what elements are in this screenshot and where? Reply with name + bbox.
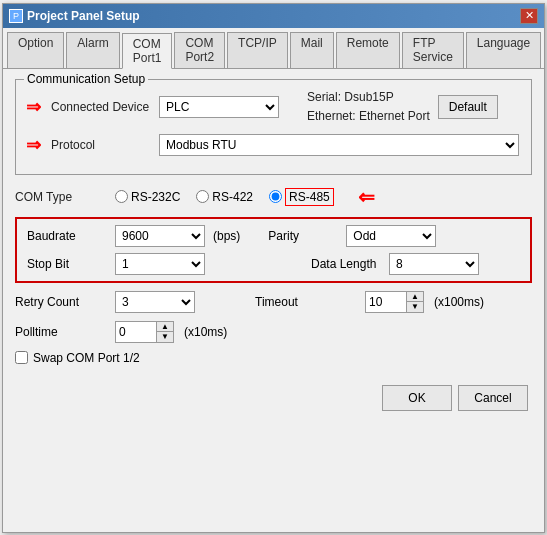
retry-timeout-row: Retry Count 3 1 2 5 Timeout ▲ ▼ (x100ms) — [15, 291, 532, 313]
polltime-unit: (x10ms) — [184, 325, 227, 339]
polltime-decrement[interactable]: ▼ — [157, 332, 173, 342]
tab-ftp-service[interactable]: FTP Service — [402, 32, 464, 68]
serial-label: Serial: Dsub15P — [307, 88, 430, 107]
retry-label: Retry Count — [15, 295, 105, 309]
tab-remote[interactable]: Remote — [336, 32, 400, 68]
swap-com-label: Swap COM Port 1/2 — [33, 351, 140, 365]
connected-device-label: Connected Device — [51, 100, 151, 114]
ethernet-label: Ethernet: Ethernet Port — [307, 107, 430, 126]
radio-rs232c-label: RS-232C — [131, 190, 180, 204]
radio-rs485-label: RS-485 — [285, 188, 334, 206]
window-icon: P — [9, 9, 23, 23]
timeout-label: Timeout — [255, 295, 355, 309]
radio-rs485[interactable]: RS-485 — [269, 188, 334, 206]
radio-rs422[interactable]: RS-422 — [196, 190, 253, 204]
title-bar-left: P Project Panel Setup — [9, 9, 140, 23]
timeout-increment[interactable]: ▲ — [407, 292, 423, 302]
radio-rs422-input[interactable] — [196, 190, 209, 203]
window-title: Project Panel Setup — [27, 9, 140, 23]
radio-rs232c-input[interactable] — [115, 190, 128, 203]
default-button[interactable]: Default — [438, 95, 498, 119]
stopbit-select[interactable]: 1 2 — [115, 253, 205, 275]
swap-com-row: Swap COM Port 1/2 — [15, 351, 532, 365]
datalength-label: Data Length — [311, 257, 381, 271]
polltime-label: Polltime — [15, 325, 105, 339]
com-type-label: COM Type — [15, 190, 115, 204]
timeout-input[interactable] — [366, 292, 406, 312]
content-area: Communication Setup ⇒ Connected Device P… — [3, 69, 544, 421]
group-label: Communication Setup — [24, 72, 148, 86]
params-box: Baudrate 9600 1200 2400 4800 19200 38400… — [15, 217, 532, 283]
arrow-icon-1: ⇒ — [26, 96, 41, 118]
datalength-select[interactable]: 8 7 — [389, 253, 479, 275]
protocol-select[interactable]: Modbus RTU — [159, 134, 519, 156]
polltime-input[interactable] — [116, 322, 156, 342]
ok-button[interactable]: OK — [382, 385, 452, 411]
polltime-spin-buttons[interactable]: ▲ ▼ — [156, 322, 173, 342]
tab-bar: Option Alarm COM Port1 COM Port2 TCP/IP … — [3, 28, 544, 69]
timeout-unit: (x100ms) — [434, 295, 484, 309]
parity-label: Parity — [268, 229, 338, 243]
main-window: P Project Panel Setup ✕ Option Alarm COM… — [2, 3, 545, 533]
protocol-label: Protocol — [51, 138, 151, 152]
close-button[interactable]: ✕ — [520, 8, 538, 24]
baudrate-select[interactable]: 9600 1200 2400 4800 19200 38400 57600 11… — [115, 225, 205, 247]
connected-device-row: ⇒ Connected Device PLC Serial: Dsub15P E… — [26, 88, 521, 126]
baudrate-label: Baudrate — [27, 229, 107, 243]
tab-mail[interactable]: Mail — [290, 32, 334, 68]
radio-rs232c[interactable]: RS-232C — [115, 190, 180, 204]
radio-rs422-label: RS-422 — [212, 190, 253, 204]
serial-info: Serial: Dsub15P Ethernet: Ethernet Port — [307, 88, 430, 126]
tab-tcpip[interactable]: TCP/IP — [227, 32, 288, 68]
tab-language[interactable]: Language — [466, 32, 541, 68]
tab-alarm[interactable]: Alarm — [66, 32, 119, 68]
timeout-spinbox[interactable]: ▲ ▼ — [365, 291, 424, 313]
swap-com-checkbox[interactable] — [15, 351, 28, 364]
arrow-icon-2: ⇒ — [26, 134, 41, 156]
cancel-button[interactable]: Cancel — [458, 385, 528, 411]
retry-select[interactable]: 3 1 2 5 — [115, 291, 195, 313]
parity-select[interactable]: Odd None Even — [346, 225, 436, 247]
tab-com-port1[interactable]: COM Port1 — [122, 33, 173, 69]
title-bar: P Project Panel Setup ✕ — [3, 4, 544, 28]
arrow-icon-3: ⇐ — [358, 185, 375, 209]
polltime-spinbox[interactable]: ▲ ▼ — [115, 321, 174, 343]
polltime-row: Polltime ▲ ▼ (x10ms) — [15, 321, 532, 343]
timeout-spin-buttons[interactable]: ▲ ▼ — [406, 292, 423, 312]
footer-buttons: OK Cancel — [15, 385, 532, 411]
stopbit-datalength-row: Stop Bit 1 2 Data Length 8 7 — [27, 253, 520, 275]
com-type-radio-group: RS-232C RS-422 RS-485 ⇐ — [115, 185, 375, 209]
baudrate-parity-row: Baudrate 9600 1200 2400 4800 19200 38400… — [27, 225, 520, 247]
baudrate-unit: (bps) — [213, 229, 240, 243]
protocol-row: ⇒ Protocol Modbus RTU — [26, 134, 521, 156]
connected-device-select[interactable]: PLC — [159, 96, 279, 118]
tab-com-port2[interactable]: COM Port2 — [174, 32, 225, 68]
communication-setup-group: Communication Setup ⇒ Connected Device P… — [15, 79, 532, 175]
com-type-row: COM Type RS-232C RS-422 RS-485 ⇐ — [15, 185, 532, 209]
timeout-decrement[interactable]: ▼ — [407, 302, 423, 312]
stopbit-label: Stop Bit — [27, 257, 107, 271]
polltime-increment[interactable]: ▲ — [157, 322, 173, 332]
radio-rs485-input[interactable] — [269, 190, 282, 203]
tab-option[interactable]: Option — [7, 32, 64, 68]
